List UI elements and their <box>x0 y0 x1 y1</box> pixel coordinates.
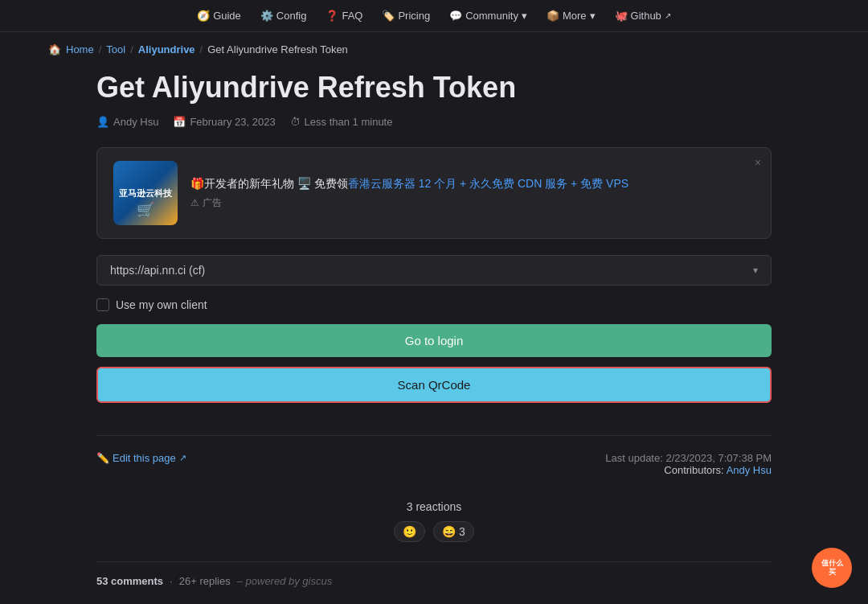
nav-more[interactable]: 📦 More ▾ <box>547 10 596 22</box>
reaction-smiley[interactable]: 🙂 <box>394 521 425 542</box>
scan-qrcode-button[interactable]: Scan QrCode <box>96 367 772 403</box>
pricing-icon: 🏷️ <box>382 10 395 22</box>
powered-by-giscus: – powered by giscus <box>237 575 333 587</box>
comments-count: 53 comments <box>96 575 163 587</box>
breadcrumb-separator: / <box>99 43 102 55</box>
nav-pricing[interactable]: 🏷️ Pricing <box>382 10 430 22</box>
edit-icon: ✏️ <box>96 452 109 464</box>
breadcrumb-tool[interactable]: Tool <box>106 43 125 55</box>
date-meta: 📅 February 23, 2023 <box>173 116 275 128</box>
ad-logo: 亚马逊云科技 🛒 <box>113 161 178 225</box>
external-link-icon: ↗ <box>665 11 671 20</box>
breadcrumb-current: Get Aliyundrive Refresh Token <box>207 43 348 55</box>
reactions-title: 3 reactions <box>96 500 772 513</box>
dot-separator: · <box>170 575 173 587</box>
footer-meta: ✏️ Edit this page ↗ Last update: 2/23/20… <box>96 435 772 476</box>
nav-community[interactable]: 💬 Community ▾ <box>449 10 527 22</box>
clock-icon: ⏱ <box>290 116 301 128</box>
chevron-down-icon: ▾ <box>590 10 596 22</box>
more-icon: 📦 <box>547 10 559 22</box>
page-meta: 👤 Andy Hsu 📅 February 23, 2023 ⏱ Less th… <box>96 116 772 128</box>
ad-content: 🎁开发者的新年礼物 🖥️ 免费领香港云服务器 12 个月 + 永久免费 CDN … <box>190 177 755 210</box>
main-content: Get Aliyundrive Refresh Token 👤 Andy Hsu… <box>48 62 820 604</box>
github-icon: 🐙 <box>615 10 628 22</box>
top-navigation: 🧭 Guide ⚙️ Config ❓ FAQ 🏷️ Pricing 💬 Com… <box>0 0 868 32</box>
chevron-down-icon: ▾ <box>522 10 527 22</box>
laugh-icon: 😄 <box>442 525 456 538</box>
nav-guide[interactable]: 🧭 Guide <box>197 10 241 22</box>
comments-bar: 53 comments · 26+ replies – powered by g… <box>96 561 772 587</box>
ad-banner: 亚马逊云科技 🛒 🎁开发者的新年礼物 🖥️ 免费领香港云服务器 12 个月 + … <box>96 147 772 239</box>
dropdown-arrow-icon: ▾ <box>753 265 758 276</box>
breadcrumb-separator: / <box>200 43 203 55</box>
nav-faq[interactable]: ❓ FAQ <box>326 10 362 22</box>
ad-title: 🎁开发者的新年礼物 🖥️ 免费领香港云服务器 12 个月 + 永久免费 CDN … <box>190 177 755 191</box>
reactions-section: 3 reactions 🙂 😄 3 <box>96 500 772 542</box>
own-client-checkbox[interactable] <box>96 298 109 311</box>
breadcrumb-home[interactable]: Home <box>66 43 94 55</box>
page-title: Get Aliyundrive Refresh Token <box>96 70 772 105</box>
reaction-laugh[interactable]: 😄 3 <box>433 521 474 542</box>
api-dropdown-container: https://api.nn.ci (cf) ▾ <box>96 255 772 286</box>
ad-close-button[interactable]: × <box>755 156 761 169</box>
api-dropdown[interactable]: https://api.nn.ci (cf) ▾ <box>96 255 772 286</box>
smiley-icon: 🙂 <box>403 525 416 538</box>
external-link-icon: ↗ <box>179 453 186 463</box>
corner-badge[interactable]: 值什么 买 <box>812 548 852 588</box>
home-icon: 🏠 <box>48 43 61 55</box>
reactions-row: 🙂 😄 3 <box>96 521 772 542</box>
breadcrumb: 🏠 Home / Tool / Aliyundrive / Get Aliyun… <box>0 32 868 62</box>
nav-config[interactable]: ⚙️ Config <box>260 10 307 22</box>
faq-icon: ❓ <box>326 10 338 22</box>
edit-page-anchor[interactable]: ✏️ Edit this page ↗ <box>96 452 186 464</box>
community-icon: 💬 <box>449 10 462 22</box>
breadcrumb-separator: / <box>130 43 133 55</box>
footer-right: Last update: 2/23/2023, 7:07:38 PM Contr… <box>605 452 772 476</box>
own-client-label[interactable]: Use my own client <box>116 298 207 311</box>
ad-label: ⚠ 广告 <box>190 196 755 210</box>
person-icon: 👤 <box>96 116 109 128</box>
edit-page-link[interactable]: ✏️ Edit this page ↗ <box>96 452 186 464</box>
breadcrumb-aliyundrive[interactable]: Aliyundrive <box>138 43 195 55</box>
go-to-login-button[interactable]: Go to login <box>96 324 772 357</box>
config-icon: ⚙️ <box>260 10 273 22</box>
nav-github[interactable]: 🐙 Github ↗ <box>615 10 671 22</box>
replies-count: 26+ replies <box>179 575 231 587</box>
own-client-checkbox-row: Use my own client <box>96 298 772 311</box>
readtime-meta: ⏱ Less than 1 minute <box>290 116 393 128</box>
calendar-icon: 📅 <box>173 116 186 128</box>
contributors: Contributors: Andy Hsu <box>605 464 772 476</box>
guide-icon: 🧭 <box>197 10 210 22</box>
author-meta: 👤 Andy Hsu <box>96 116 158 128</box>
last-update: Last update: 2/23/2023, 7:07:38 PM <box>605 452 772 464</box>
